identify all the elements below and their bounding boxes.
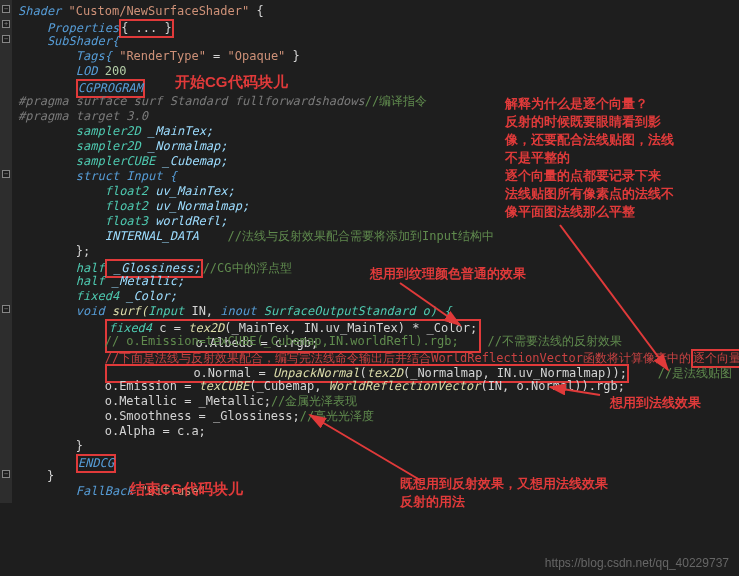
code-line: // o.Emission=texCUBE(_Cubemap,IN.worldR… [0, 334, 739, 349]
annot-reflect-normal: 既想用到反射效果，又想用法线效果 反射的用法 [400, 475, 608, 511]
code-line: fixed4 _Color; [0, 289, 739, 304]
code-line: void surf(Input IN, inout SurfaceOutputS… [0, 304, 739, 319]
fold-toggle[interactable]: − [2, 470, 10, 478]
code-line: }; [0, 244, 739, 259]
code-line: } [0, 439, 739, 454]
code-line: //下面是法线与反射效果配合，编写完法线命令输出后并结合WorldReflect… [0, 349, 739, 364]
endcg-box: ENDCG [76, 454, 116, 473]
code-line: o.Normal = UnpackNormal(tex2D(_Normalmap… [0, 364, 739, 379]
fold-toggle[interactable]: − [2, 170, 10, 178]
code-line: ENDCG [0, 454, 739, 469]
annot-normal-effect: 想用到法线效果 [610, 394, 701, 412]
annot-end-cg: 结束CG代码块儿 [130, 480, 243, 499]
annot-start-cg: 开始CG代码块儿 [175, 73, 288, 92]
code-line: SubShader{ [0, 34, 739, 49]
properties-box: { ... } [119, 19, 174, 38]
code-line: Properties{ ... } [0, 19, 739, 34]
code-line: Shader "Custom/NewSurfaceShader" { [0, 4, 739, 19]
fold-toggle[interactable]: + [2, 20, 10, 28]
code-line: o.Alpha = c.a; [0, 424, 739, 439]
code-line: FallBack "Diffuse" [0, 484, 739, 499]
fold-toggle[interactable]: − [2, 305, 10, 313]
code-line: Tags{ "RenderType" = "Opaque" } [0, 49, 739, 64]
code-line: INTERNAL_DATA //法线与反射效果配合需要将添加到Input结构中 [0, 229, 739, 244]
code-editor[interactable]: − + − − − − Shader "Custom/NewSurfaceSha… [0, 0, 739, 503]
annot-why-vector: 解释为什么是逐个向量？ 反射的时候既要眼睛看到影 像，还要配合法线贴图，法线 不… [505, 95, 674, 221]
code-line: fixed4 c = tex2D(_MainTex, IN.uv_MainTex… [0, 319, 739, 334]
code-line: LOD 200 [0, 64, 739, 79]
fold-gutter: − + − − − − [0, 0, 12, 503]
fold-toggle[interactable]: − [2, 35, 10, 43]
watermark: https://blog.csdn.net/qq_40229737 [545, 556, 729, 570]
fold-toggle[interactable]: − [2, 5, 10, 13]
annot-tex-effect: 想用到纹理颜色普通的效果 [370, 265, 526, 283]
code-line: CGPROGRAM [0, 79, 739, 94]
